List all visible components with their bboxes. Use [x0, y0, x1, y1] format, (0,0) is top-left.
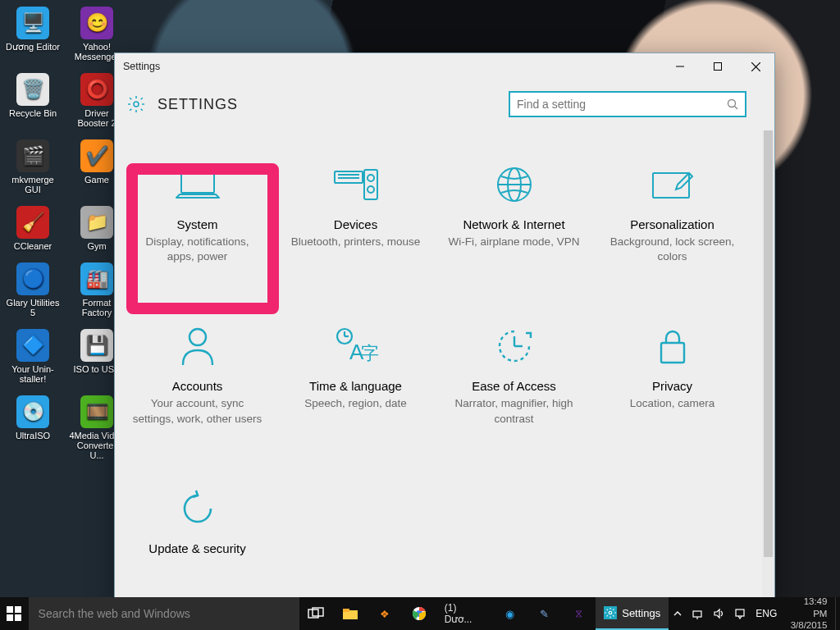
desktop-icon-label: CCleaner [14, 241, 52, 251]
laptop-icon [173, 163, 222, 206]
desktop-icon[interactable]: 🔷Your Unin-staller! [5, 329, 61, 384]
maximize-button[interactable] [699, 53, 737, 80]
header-row: SETTINGS [115, 80, 774, 130]
tray-overflow[interactable] [669, 597, 687, 630]
svg-point-18 [189, 329, 206, 345]
desktop-icon-label: Glary Utilities 5 [5, 298, 61, 317]
svg-text:字: 字 [361, 343, 379, 363]
personalize-icon [650, 163, 696, 206]
titlebar[interactable]: Settings [115, 53, 774, 80]
tray-action-center[interactable] [729, 597, 751, 630]
tile-update-security[interactable]: Update & security [120, 474, 275, 567]
tile-title: Accounts [172, 379, 223, 393]
file-explorer-button[interactable] [333, 597, 368, 630]
tile-title: Network & Internet [463, 217, 564, 231]
tile-devices[interactable]: Devices Bluetooth, printers, mouse [278, 150, 433, 272]
tile-title: Ease of Access [472, 379, 556, 393]
tile-desc: Location, camera [630, 396, 715, 411]
svg-rect-1 [714, 63, 722, 71]
chevron-up-icon [673, 609, 682, 618]
svg-rect-28 [15, 606, 21, 613]
tile-system[interactable]: System Display, notifications, apps, pow… [120, 150, 275, 272]
svg-rect-29 [7, 614, 13, 621]
svg-rect-34 [343, 609, 349, 612]
taskbar-app-icon[interactable]: ❖ [368, 597, 402, 630]
show-desktop[interactable] [835, 597, 840, 630]
desktop-icon-label: Recycle Bin [9, 108, 57, 118]
window-title: Settings [123, 61, 160, 72]
taskbar-search-placeholder: Search the web and Windows [39, 607, 190, 620]
chrome-task-label: (1) Dươ... [445, 602, 485, 625]
tile-accounts[interactable]: Accounts Your account, sync settings, wo… [120, 312, 275, 434]
tray-network[interactable] [687, 597, 708, 630]
task-view-button[interactable] [299, 597, 334, 630]
desktop-icon-label: Your Unin-staller! [5, 364, 61, 384]
tile-time-language[interactable]: A 字 Time & language Speech, region, date [278, 312, 433, 434]
svg-line-6 [735, 107, 738, 110]
desktop-icon[interactable]: 🗑️Recycle Bin [5, 73, 61, 128]
svg-point-5 [728, 100, 736, 107]
scrollbar[interactable] [762, 130, 774, 603]
svg-point-4 [134, 102, 139, 107]
tile-personalization[interactable]: Personalization Background, lock screen,… [595, 150, 750, 272]
language-label: ENG [756, 608, 777, 619]
tile-title: Time & language [309, 379, 402, 393]
scroll-thumb[interactable] [764, 130, 773, 557]
desktop-icon[interactable]: 🎬mkvmerge GUI [5, 139, 61, 194]
taskbar-app-icon[interactable]: ✎ [527, 597, 562, 630]
gear-icon [126, 94, 146, 114]
minimize-icon [676, 62, 684, 71]
tile-privacy[interactable]: Privacy Location, camera [595, 312, 750, 434]
tile-desc: Speech, region, date [304, 396, 407, 411]
taskbar: Search the web and Windows ❖ (1) Dươ... … [0, 597, 840, 630]
settings-task[interactable]: Settings [596, 597, 669, 630]
tray-language[interactable]: ENG [751, 597, 782, 630]
taskbar-clock[interactable]: 13:49 PM 3/8/2015 [782, 596, 835, 630]
desktop-icon[interactable]: 💿UltraISO [5, 395, 61, 460]
ease-of-access-icon [495, 325, 534, 368]
search-input[interactable] [517, 98, 727, 111]
tile-desc: Narrator, magnifier, high contrast [449, 396, 580, 426]
search-box[interactable] [509, 91, 746, 117]
clock-time: 13:49 PM [790, 596, 827, 619]
volume-icon [713, 608, 724, 619]
desktop-icon[interactable]: 🔵Glary Utilities 5 [5, 262, 61, 317]
svg-rect-27 [7, 606, 13, 613]
app-icon: ❖ [380, 608, 390, 620]
time-language-icon: A 字 [333, 325, 379, 368]
tile-desc: Wi-Fi, airplane mode, VPN [449, 235, 580, 249]
teamviewer-button[interactable]: ◉ [493, 597, 527, 630]
settings-window: Settings SETTINGS [114, 52, 775, 604]
tile-network[interactable]: Network & Internet Wi-Fi, airplane mode,… [436, 150, 591, 272]
notification-icon [734, 608, 746, 619]
svg-point-37 [609, 611, 612, 614]
devices-icon [331, 163, 381, 206]
search-icon [727, 98, 738, 110]
start-button[interactable] [0, 597, 29, 630]
teamviewer-icon: ◉ [505, 608, 514, 620]
close-button[interactable] [737, 53, 774, 80]
svg-rect-30 [15, 614, 21, 621]
lock-icon [656, 325, 689, 368]
system-tray: ENG 13:49 PM 3/8/2015 [669, 597, 840, 630]
maximize-icon [714, 62, 722, 71]
tile-ease-of-access[interactable]: Ease of Access Narrator, magnifier, high… [436, 312, 591, 434]
gear-icon [604, 606, 617, 619]
windows-icon [7, 606, 21, 621]
svg-rect-41 [736, 609, 744, 616]
desktop-icon[interactable]: 🖥️Dương Editor [5, 7, 61, 62]
taskbar-app-icon[interactable]: ⧖ [561, 597, 596, 630]
tray-volume[interactable] [708, 597, 729, 630]
clock-date: 3/8/2015 [790, 619, 827, 630]
taskbar-search[interactable]: Search the web and Windows [29, 597, 299, 630]
app-icon: ✎ [540, 608, 549, 620]
chrome-window-task[interactable]: (1) Dươ... [436, 597, 493, 630]
chrome-button[interactable] [402, 597, 436, 630]
desktop-icon-label: ISO to USB [74, 364, 121, 374]
desktop-icon[interactable]: 🧹CCleaner [5, 206, 61, 251]
desktop-icon-label: Game [84, 175, 109, 185]
minimize-button[interactable] [661, 53, 699, 80]
settings-content: System Display, notifications, apps, pow… [115, 130, 774, 603]
update-icon [178, 487, 217, 530]
desktop-icon-label: Dương Editor [6, 42, 60, 52]
